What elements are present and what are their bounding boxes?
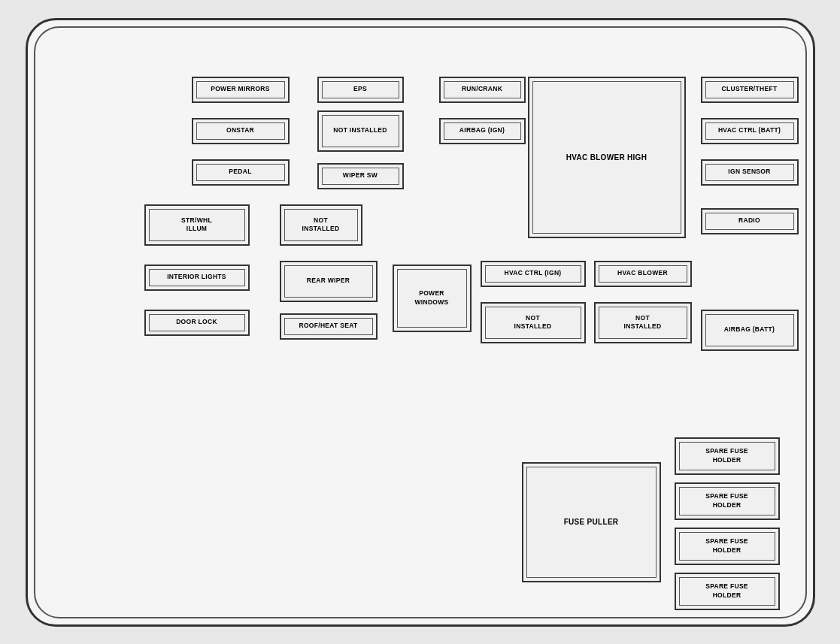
fuse-label: POWERWINDOWS	[397, 269, 467, 328]
fuse-label: HVAC CTRL (IGN)	[485, 265, 581, 283]
fuse-onstar: ONSTAR	[192, 118, 290, 144]
fuse-label: STR/WHLILLUM	[149, 209, 245, 241]
fuse-power-windows: POWERWINDOWS	[393, 265, 472, 332]
fuse-interior-lights: INTERIOR LIGHTS	[144, 265, 250, 291]
fuse-label: ONSTAR	[196, 122, 285, 140]
fuse-roof-heat-seat: ROOF/HEAT SEAT	[280, 313, 378, 340]
fuse-label: INTERIOR LIGHTS	[149, 269, 245, 286]
fuse-ign-sensor: IGN SENSOR	[701, 159, 799, 186]
fuse-eps: EPS	[317, 77, 404, 103]
fuse-not-installed-3: NOTINSTALLED	[481, 302, 586, 343]
spare-fuse-holder-1: SPARE FUSEHOLDER	[675, 437, 780, 475]
fuse-label: DOOR LOCK	[149, 314, 245, 331]
fuse-str-whl-illum: STR/WHLILLUM	[144, 204, 250, 246]
fuse-hvac-blower-high: HVAC BLOWER HIGH	[528, 77, 686, 238]
spare-fuse-holder-4: SPARE FUSEHOLDER	[675, 573, 780, 610]
fuse-label: AIRBAG (BATT)	[705, 314, 794, 346]
fuse-label: SPARE FUSEHOLDER	[679, 577, 775, 606]
fuse-cluster-theft: CLUSTER/THEFT	[701, 77, 799, 103]
fuse-label: RUN/CRANK	[444, 81, 521, 98]
fuse-label: CLUSTER/THEFT	[705, 81, 794, 98]
fuse-label: ROOF/HEAT SEAT	[284, 318, 373, 335]
fuse-not-installed-4: NOTINSTALLED	[594, 302, 692, 343]
fuse-puller: FUSE PULLER	[522, 462, 661, 582]
fuse-label: POWER MIRRORS	[196, 81, 285, 98]
fuse-label: RADIO	[705, 213, 794, 230]
fuse-hvac-ctrl-ign: HVAC CTRL (IGN)	[481, 261, 586, 287]
fuse-label: PEDAL	[196, 164, 285, 181]
fuse-label: NOTINSTALLED	[485, 307, 581, 339]
fuse-door-lock: DOOR LOCK	[144, 310, 250, 336]
fuse-label: EPS	[322, 81, 399, 98]
fuse-airbag-batt: AIRBAG (BATT)	[701, 310, 799, 351]
fuse-run-crank: RUN/CRANK	[439, 77, 526, 103]
fuse-not-installed-2: NOTINSTALLED	[280, 204, 362, 246]
fuse-label: NOTINSTALLED	[599, 307, 687, 339]
fuse-label: HVAC BLOWER HIGH	[532, 81, 681, 234]
fuse-wiper-sw: WIPER SW	[317, 163, 404, 189]
fuse-label: SPARE FUSEHOLDER	[679, 487, 775, 516]
fuse-label: SPARE FUSEHOLDER	[679, 532, 775, 561]
fuse-label: HVAC CTRL (BATT)	[705, 122, 794, 140]
fuse-radio: RADIO	[701, 208, 799, 234]
spare-fuse-holder-3: SPARE FUSEHOLDER	[675, 528, 780, 565]
fuse-pedal: PEDAL	[192, 159, 290, 186]
fuse-label: SPARE FUSEHOLDER	[679, 442, 775, 470]
fuse-hvac-ctrl-batt: HVAC CTRL (BATT)	[701, 118, 799, 144]
fuse-label: WIPER SW	[322, 168, 399, 185]
fuse-label: HVAC BLOWER	[599, 265, 687, 283]
fuse-power-mirrors: POWER MIRRORS	[192, 77, 290, 103]
fuse-label: FUSE PULLER	[526, 467, 657, 578]
fuse-hvac-blower: HVAC BLOWER	[594, 261, 692, 287]
fuse-label: REAR WIPER	[284, 265, 373, 298]
fuse-label: NOT INSTALLED	[322, 115, 399, 147]
fuse-not-installed-1: NOT INSTALLED	[317, 110, 404, 152]
fuse-label: AIRBAG (IGN)	[444, 122, 521, 140]
fuse-rear-wiper: REAR WIPER	[280, 261, 378, 302]
fuse-label: IGN SENSOR	[705, 164, 794, 181]
fuse-label: NOTINSTALLED	[284, 209, 358, 241]
fuse-diagram: POWER MIRRORS EPS RUN/CRANK CLUSTER/THEF…	[26, 18, 815, 627]
spare-fuse-holder-2: SPARE FUSEHOLDER	[675, 482, 780, 520]
fuse-airbag-ign: AIRBAG (IGN)	[439, 118, 526, 144]
